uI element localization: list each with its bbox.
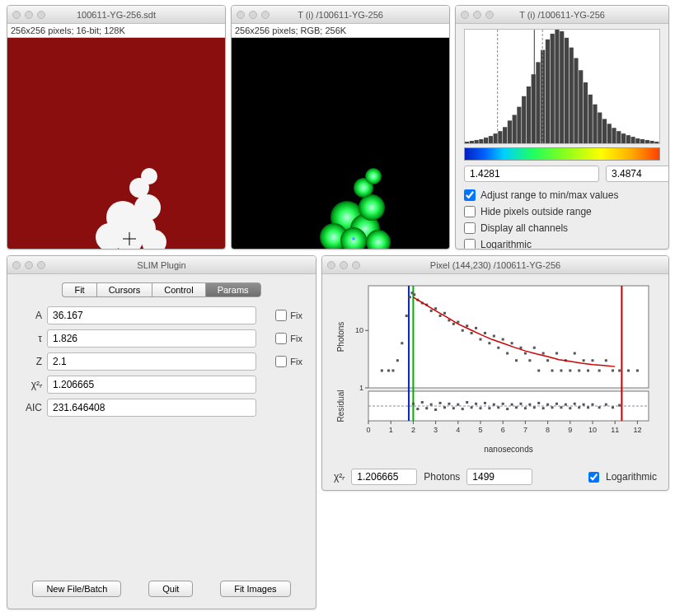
image-info: 256x256 pixels; 16-bit; 128K (7, 24, 225, 38)
svg-point-17 (365, 168, 382, 184)
svg-rect-44 (584, 82, 588, 143)
logarithmic-checkbox[interactable] (464, 239, 476, 250)
logarithmic-label: Logarithmic (480, 239, 532, 250)
svg-rect-168 (462, 408, 464, 410)
svg-rect-116 (439, 315, 442, 317)
svg-rect-148 (583, 359, 585, 362)
svg-rect-40 (565, 38, 569, 143)
svg-rect-139 (542, 352, 545, 355)
range-min-input[interactable] (464, 166, 599, 182)
titlebar[interactable]: T (i) /100611-YG-256 (456, 6, 668, 24)
titlebar[interactable]: 100611-YG-256.sdt (7, 6, 225, 24)
svg-rect-32 (527, 86, 531, 143)
svg-rect-164 (443, 406, 446, 408)
svg-rect-36 (546, 40, 550, 143)
svg-text:3: 3 (434, 426, 438, 434)
display-all-checkbox[interactable] (464, 222, 476, 234)
svg-rect-114 (430, 310, 433, 312)
tab-control[interactable]: Control (152, 282, 204, 297)
svg-rect-50 (612, 128, 616, 143)
svg-rect-45 (588, 95, 593, 143)
svg-rect-190 (560, 406, 562, 408)
traffic-lights[interactable] (12, 11, 45, 19)
svg-rect-171 (475, 403, 477, 405)
range-max-input[interactable] (606, 166, 669, 182)
rgb-image-canvas[interactable] (232, 38, 449, 250)
param-chi2r-input[interactable] (47, 376, 256, 394)
titlebar[interactable]: Pixel (144,230) /100611-YG-256 (322, 256, 668, 274)
quit-button[interactable]: Quit (148, 581, 193, 597)
slim-plugin-window: SLIM Plugin Fit Cursors Control Params A… (7, 255, 316, 609)
param-tau-input[interactable] (47, 329, 256, 348)
traffic-lights[interactable] (327, 261, 360, 269)
svg-text:4: 4 (456, 426, 460, 434)
svg-rect-106 (401, 342, 403, 344)
tab-params[interactable]: Params (205, 282, 261, 297)
svg-rect-181 (519, 403, 522, 405)
svg-rect-133 (515, 359, 518, 362)
svg-text:Photons: Photons (336, 322, 345, 352)
svg-text:9: 9 (568, 426, 572, 434)
svg-text:1: 1 (389, 426, 393, 434)
svg-point-18 (352, 237, 355, 240)
param-z-label: Z (21, 356, 42, 367)
svg-rect-54 (630, 137, 635, 143)
image-info: 256x256 pixels; RGB; 256K (232, 24, 449, 38)
svg-rect-23 (484, 138, 488, 143)
svg-rect-34 (536, 62, 540, 143)
window-title: Pixel (144,230) /100611-YG-256 (322, 260, 668, 270)
svg-rect-143 (560, 370, 562, 372)
raw-image-canvas[interactable] (7, 38, 225, 250)
svg-rect-153 (612, 370, 614, 372)
chi2r-output[interactable] (351, 469, 417, 485)
svg-rect-135 (524, 352, 527, 355)
param-aic-label: AIC (21, 402, 42, 413)
svg-text:10: 10 (588, 426, 597, 434)
svg-rect-39 (560, 31, 564, 143)
fix-tau-checkbox[interactable] (275, 333, 287, 344)
svg-rect-49 (607, 124, 612, 143)
svg-rect-199 (605, 404, 607, 406)
param-a-label: A (21, 310, 42, 321)
adjust-range-checkbox[interactable] (464, 189, 476, 201)
svg-rect-56 (640, 139, 645, 143)
tab-cursors[interactable]: Cursors (96, 282, 152, 297)
svg-rect-125 (480, 338, 482, 341)
traffic-lights[interactable] (237, 11, 270, 19)
param-a-input[interactable] (47, 306, 256, 324)
svg-rect-152 (605, 359, 607, 362)
param-aic-input[interactable] (47, 399, 256, 417)
histogram-canvas[interactable] (464, 29, 660, 144)
log-checkbox[interactable] (588, 472, 599, 483)
titlebar[interactable]: T (i) /100611-YG-256 (232, 6, 449, 24)
chi2r-label: χ²ᵣ (334, 471, 345, 483)
hide-pixels-label: Hide pixels outside range (480, 206, 592, 217)
svg-rect-178 (506, 408, 509, 410)
cells-graphic (232, 38, 449, 250)
histogram-window: T (i) /100611-YG-256 Adjust range to min… (455, 5, 669, 250)
svg-rect-121 (462, 329, 464, 332)
svg-rect-141 (551, 370, 554, 372)
svg-rect-128 (493, 335, 495, 338)
tab-fit[interactable]: Fit (62, 282, 96, 297)
hide-pixels-checkbox[interactable] (464, 206, 476, 217)
titlebar[interactable]: SLIM Plugin (7, 256, 316, 274)
svg-rect-24 (489, 136, 493, 143)
svg-rect-160 (425, 407, 428, 409)
fix-z-checkbox[interactable] (275, 356, 287, 367)
traffic-lights[interactable] (461, 11, 494, 19)
svg-rect-38 (555, 30, 559, 143)
svg-rect-122 (466, 324, 468, 327)
svg-rect-30 (517, 107, 521, 143)
new-file-button[interactable]: New File/Batch (32, 581, 121, 597)
decay-chart[interactable]: 0123456789101112nanoseconds110PhotonsRes… (334, 281, 657, 454)
colormap-gradient[interactable] (464, 147, 660, 161)
fix-a-checkbox[interactable] (275, 310, 287, 321)
fit-images-button[interactable]: Fit Images (220, 581, 290, 597)
param-z-input[interactable] (47, 352, 256, 371)
svg-rect-47 (598, 113, 602, 143)
photons-output[interactable] (466, 469, 532, 485)
svg-rect-180 (515, 406, 518, 408)
svg-text:nanoseconds: nanoseconds (484, 445, 533, 454)
traffic-lights[interactable] (12, 261, 45, 269)
